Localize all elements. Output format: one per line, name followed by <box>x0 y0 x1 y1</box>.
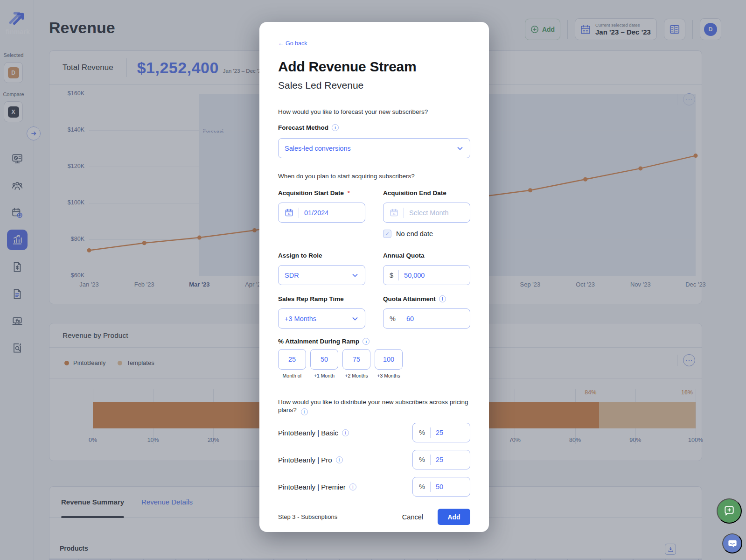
ramp-month1-label: +1 Month <box>310 373 338 378</box>
acq-start-date-input[interactable]: 31 01/2024 <box>278 203 365 223</box>
divider <box>401 314 401 324</box>
cancel-button[interactable]: Cancel <box>402 513 423 521</box>
ramp-month3-label: +3 Months <box>375 373 403 378</box>
forecast-question: How would you like to forecast your new … <box>278 108 470 116</box>
go-back-link[interactable]: ← Go back <box>278 40 307 47</box>
divider <box>430 427 431 438</box>
add-revenue-stream-modal: ← Go back Add Revenue Stream Sales Led R… <box>259 22 489 532</box>
chat-launcher-fab[interactable] <box>722 533 742 553</box>
divider <box>404 208 404 218</box>
assign-role-value: SDR <box>285 272 299 279</box>
ramp-attainment-row: 25 Month of 50 +1 Month 75 +2 Months 100… <box>278 349 470 378</box>
ramp-attainment-label-row: % Attainment During Ramp i <box>278 338 470 345</box>
info-icon[interactable]: i <box>332 124 339 131</box>
chat-bubble-icon <box>727 539 738 549</box>
quota-attainment-label-row: Quota Attainment i <box>383 295 470 302</box>
quota-attainment-label: Quota Attainment <box>383 295 436 302</box>
modal-footer-divider <box>278 501 470 501</box>
plan-pro-name: PintoBeanly | Pro <box>278 456 332 464</box>
ramp-month1-input[interactable]: 50 <box>310 349 338 370</box>
modal-add-button[interactable]: Add <box>438 509 470 525</box>
no-end-date-checkbox[interactable] <box>383 230 391 238</box>
no-end-date-row: No end date <box>383 230 470 238</box>
acq-start-label-row: Acquisition Start Date* <box>278 189 365 196</box>
forecast-method-value: Sales-led conversions <box>285 145 351 152</box>
plan-row-pro: PintoBeanly | Pro i % 25 <box>278 450 470 469</box>
ramp-month2-input[interactable]: 75 <box>342 349 370 370</box>
divider <box>430 482 431 492</box>
ramp-month0-input[interactable]: 25 <box>278 349 306 370</box>
ramp-time-select[interactable]: +3 Months <box>278 308 365 329</box>
info-icon[interactable]: i <box>349 483 356 490</box>
info-icon[interactable]: i <box>439 295 446 302</box>
forecast-method-select[interactable]: Sales-led conversions <box>278 138 470 158</box>
quota-attainment-input[interactable]: % 60 <box>383 308 470 329</box>
ramp-time-label: Sales Rep Ramp Time <box>278 295 365 302</box>
no-end-date-label: No end date <box>396 230 433 238</box>
ramp-month0-label: Month of <box>278 373 306 378</box>
info-icon[interactable]: i <box>301 408 308 415</box>
plan-premier-value: 50 <box>436 483 443 490</box>
plan-basic-name: PintoBeanly | Basic <box>278 429 338 437</box>
modal-footer: Step 3 - Subscriptions Cancel Add <box>278 509 470 525</box>
plan-basic-input[interactable]: % 25 <box>412 423 470 442</box>
plan-row-basic: PintoBeanly | Basic i % 25 <box>278 423 470 442</box>
modal-subtitle: Sales Led Revenue <box>278 80 470 91</box>
acquire-question: When do you plan to start acquiring subs… <box>278 172 470 180</box>
chevron-down-icon <box>351 315 359 322</box>
divider <box>398 270 399 280</box>
acq-end-date-input[interactable]: 31 Select Month <box>383 203 470 223</box>
annual-quota-input[interactable]: $ 50,000 <box>383 265 470 285</box>
step-indicator: Step 3 - Subscriptions <box>278 513 337 520</box>
acq-end-label-row: Acquisition End Date <box>383 189 470 196</box>
percent-prefix: % <box>390 315 396 322</box>
plan-premier-input[interactable]: % 50 <box>412 477 470 497</box>
ramp-month2-label: +2 Months <box>342 373 370 378</box>
plan-pro-input[interactable]: % 25 <box>412 450 470 469</box>
assign-role-label: Assign to Role <box>278 252 365 259</box>
divider <box>430 455 431 465</box>
modal-title: Add Revenue Stream <box>278 59 470 75</box>
quota-attainment-value: 60 <box>406 315 414 322</box>
chevron-down-icon <box>351 272 359 279</box>
acq-end-label: Acquisition End Date <box>383 189 446 196</box>
required-marker: * <box>348 190 350 196</box>
calendar-icon: 31 <box>285 208 293 217</box>
annual-quota-value: 50,000 <box>404 272 425 279</box>
svg-text:31: 31 <box>287 212 290 215</box>
forecast-method-label: Forecast Method <box>278 124 328 131</box>
plan-pro-value: 25 <box>436 456 443 463</box>
info-icon[interactable]: i <box>342 429 349 436</box>
ramp-attainment-label: % Attainment During Ramp <box>278 338 359 345</box>
annual-quota-label: Annual Quota <box>383 252 470 259</box>
svg-text:31: 31 <box>392 212 395 215</box>
chevron-down-icon <box>456 145 464 152</box>
calendar-icon: 31 <box>390 208 398 217</box>
info-icon[interactable]: i <box>336 456 343 463</box>
distribute-question-wrap: How would you like to distribute your ne… <box>278 398 470 415</box>
forecast-method-label-row: Forecast Method i <box>278 124 470 131</box>
ramp-month3-input[interactable]: 100 <box>375 349 403 370</box>
plan-row-premier: PintoBeanly | Premier i % 50 <box>278 477 470 497</box>
add-comment-fab[interactable] <box>717 498 742 524</box>
app-root: finmark Selected D Compare X <box>0 0 746 560</box>
info-icon[interactable]: i <box>363 338 370 345</box>
plan-premier-name: PintoBeanly | Premier <box>278 483 346 491</box>
plan-basic-value: 25 <box>436 429 443 436</box>
assign-role-select[interactable]: SDR <box>278 265 365 285</box>
currency-prefix: $ <box>390 272 393 279</box>
acq-start-label: Acquisition Start Date <box>278 189 344 196</box>
ramp-time-value: +3 Months <box>285 315 316 322</box>
comment-plus-icon <box>723 505 735 517</box>
acq-start-value: 01/2024 <box>304 209 328 217</box>
acq-end-placeholder: Select Month <box>409 209 449 217</box>
divider <box>299 208 299 218</box>
